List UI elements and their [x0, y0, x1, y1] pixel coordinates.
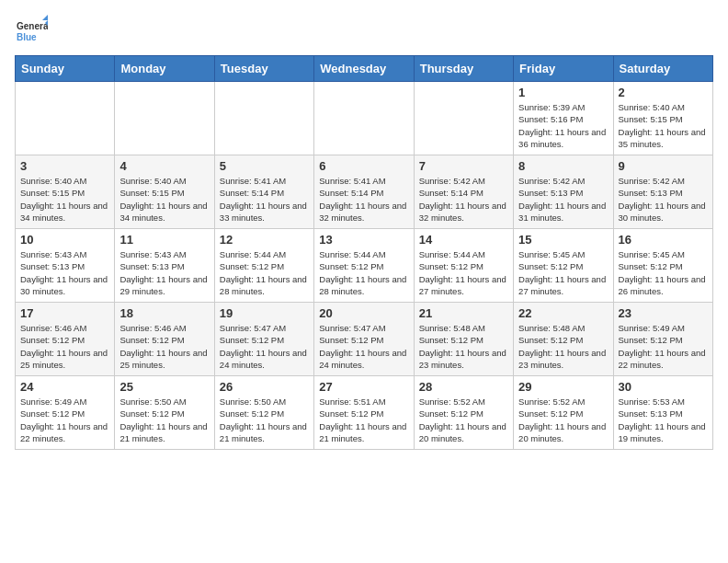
day-info: Sunrise: 5:44 AM Sunset: 5:12 PM Dayligh…	[220, 248, 309, 297]
calendar-cell: 26Sunrise: 5:50 AM Sunset: 5:12 PM Dayli…	[214, 376, 313, 450]
day-info: Sunrise: 5:43 AM Sunset: 5:13 PM Dayligh…	[20, 248, 109, 297]
svg-marker-2	[42, 15, 48, 20]
day-number: 15	[518, 233, 608, 247]
day-number: 26	[220, 380, 309, 394]
day-info: Sunrise: 5:42 AM Sunset: 5:14 PM Dayligh…	[419, 175, 508, 224]
day-info: Sunrise: 5:39 AM Sunset: 5:16 PM Dayligh…	[518, 101, 608, 150]
calendar-cell: 6Sunrise: 5:41 AM Sunset: 5:14 PM Daylig…	[314, 155, 414, 229]
calendar-cell: 30Sunrise: 5:53 AM Sunset: 5:13 PM Dayli…	[613, 376, 712, 450]
day-info: Sunrise: 5:42 AM Sunset: 5:13 PM Dayligh…	[619, 175, 708, 224]
calendar-cell: 22Sunrise: 5:48 AM Sunset: 5:12 PM Dayli…	[514, 303, 613, 376]
calendar-cell: 15Sunrise: 5:45 AM Sunset: 5:12 PM Dayli…	[514, 229, 613, 303]
day-info: Sunrise: 5:45 AM Sunset: 5:12 PM Dayligh…	[518, 248, 608, 297]
day-number: 29	[518, 380, 608, 394]
day-info: Sunrise: 5:52 AM Sunset: 5:12 PM Dayligh…	[419, 396, 508, 444]
day-number: 23	[619, 306, 708, 320]
day-header-monday: Monday	[115, 56, 214, 82]
day-info: Sunrise: 5:49 AM Sunset: 5:12 PM Dayligh…	[20, 396, 109, 444]
day-info: Sunrise: 5:45 AM Sunset: 5:12 PM Dayligh…	[619, 248, 708, 297]
day-number: 4	[119, 159, 209, 173]
calendar-table: SundayMondayTuesdayWednesdayThursdayFrid…	[15, 55, 713, 450]
day-number: 6	[319, 159, 408, 173]
day-info: Sunrise: 5:49 AM Sunset: 5:12 PM Dayligh…	[619, 322, 708, 371]
day-number: 14	[419, 233, 508, 247]
calendar-cell	[115, 82, 214, 155]
day-number: 13	[319, 233, 408, 247]
day-number: 12	[220, 233, 309, 247]
day-number: 27	[319, 380, 408, 394]
day-header-sunday: Sunday	[16, 56, 115, 82]
day-number: 20	[319, 306, 408, 320]
day-number: 1	[518, 86, 608, 99]
calendar-cell: 10Sunrise: 5:43 AM Sunset: 5:13 PM Dayli…	[16, 229, 115, 303]
day-number: 16	[619, 233, 708, 247]
calendar-week-row: 24Sunrise: 5:49 AM Sunset: 5:12 PM Dayli…	[16, 376, 713, 450]
day-info: Sunrise: 5:47 AM Sunset: 5:12 PM Dayligh…	[220, 322, 309, 371]
calendar-header-row: SundayMondayTuesdayWednesdayThursdayFrid…	[16, 56, 713, 82]
day-info: Sunrise: 5:43 AM Sunset: 5:13 PM Dayligh…	[119, 248, 209, 297]
calendar-cell: 5Sunrise: 5:41 AM Sunset: 5:14 PM Daylig…	[214, 155, 313, 229]
day-info: Sunrise: 5:40 AM Sunset: 5:15 PM Dayligh…	[119, 175, 209, 224]
svg-text:General: General	[17, 21, 48, 31]
calendar-cell	[314, 82, 414, 155]
calendar-cell: 24Sunrise: 5:49 AM Sunset: 5:12 PM Dayli…	[16, 376, 115, 450]
day-number: 28	[419, 380, 508, 394]
day-number: 25	[119, 380, 209, 394]
calendar-cell: 1Sunrise: 5:39 AM Sunset: 5:16 PM Daylig…	[514, 82, 613, 155]
calendar-week-row: 10Sunrise: 5:43 AM Sunset: 5:13 PM Dayli…	[16, 229, 713, 303]
calendar-week-row: 17Sunrise: 5:46 AM Sunset: 5:12 PM Dayli…	[16, 303, 713, 376]
calendar-cell: 9Sunrise: 5:42 AM Sunset: 5:13 PM Daylig…	[613, 155, 712, 229]
calendar-cell: 12Sunrise: 5:44 AM Sunset: 5:12 PM Dayli…	[214, 229, 313, 303]
logo-bird-icon: General Blue	[15, 15, 48, 48]
day-info: Sunrise: 5:48 AM Sunset: 5:12 PM Dayligh…	[419, 322, 508, 371]
day-info: Sunrise: 5:44 AM Sunset: 5:12 PM Dayligh…	[319, 248, 408, 297]
day-info: Sunrise: 5:50 AM Sunset: 5:12 PM Dayligh…	[119, 396, 209, 444]
calendar-cell: 16Sunrise: 5:45 AM Sunset: 5:12 PM Dayli…	[613, 229, 712, 303]
calendar-cell: 25Sunrise: 5:50 AM Sunset: 5:12 PM Dayli…	[115, 376, 214, 450]
day-info: Sunrise: 5:44 AM Sunset: 5:12 PM Dayligh…	[419, 248, 508, 297]
day-info: Sunrise: 5:41 AM Sunset: 5:14 PM Dayligh…	[220, 175, 309, 224]
calendar-cell: 19Sunrise: 5:47 AM Sunset: 5:12 PM Dayli…	[214, 303, 313, 376]
calendar-cell: 17Sunrise: 5:46 AM Sunset: 5:12 PM Dayli…	[16, 303, 115, 376]
page-header: General Blue	[15, 15, 713, 48]
calendar-cell: 20Sunrise: 5:47 AM Sunset: 5:12 PM Dayli…	[314, 303, 414, 376]
logo: General Blue	[15, 15, 48, 48]
day-number: 11	[119, 233, 209, 247]
calendar-cell: 29Sunrise: 5:52 AM Sunset: 5:12 PM Dayli…	[514, 376, 613, 450]
calendar-week-row: 1Sunrise: 5:39 AM Sunset: 5:16 PM Daylig…	[16, 82, 713, 155]
day-header-friday: Friday	[514, 56, 613, 82]
day-info: Sunrise: 5:41 AM Sunset: 5:14 PM Dayligh…	[319, 175, 408, 224]
calendar-cell: 27Sunrise: 5:51 AM Sunset: 5:12 PM Dayli…	[314, 376, 414, 450]
day-info: Sunrise: 5:48 AM Sunset: 5:12 PM Dayligh…	[518, 322, 608, 371]
day-info: Sunrise: 5:52 AM Sunset: 5:12 PM Dayligh…	[518, 396, 608, 444]
calendar-cell: 2Sunrise: 5:40 AM Sunset: 5:15 PM Daylig…	[613, 82, 712, 155]
day-info: Sunrise: 5:46 AM Sunset: 5:12 PM Dayligh…	[20, 322, 109, 371]
calendar-cell: 3Sunrise: 5:40 AM Sunset: 5:15 PM Daylig…	[16, 155, 115, 229]
calendar-week-row: 3Sunrise: 5:40 AM Sunset: 5:15 PM Daylig…	[16, 155, 713, 229]
day-number: 8	[518, 159, 608, 173]
day-number: 19	[220, 306, 309, 320]
day-number: 22	[518, 306, 608, 320]
day-info: Sunrise: 5:50 AM Sunset: 5:12 PM Dayligh…	[220, 396, 309, 444]
calendar-cell: 14Sunrise: 5:44 AM Sunset: 5:12 PM Dayli…	[414, 229, 513, 303]
day-header-thursday: Thursday	[414, 56, 513, 82]
day-number: 9	[619, 159, 708, 173]
day-info: Sunrise: 5:46 AM Sunset: 5:12 PM Dayligh…	[119, 322, 209, 371]
day-info: Sunrise: 5:53 AM Sunset: 5:13 PM Dayligh…	[619, 396, 708, 444]
day-info: Sunrise: 5:42 AM Sunset: 5:13 PM Dayligh…	[518, 175, 608, 224]
day-number: 5	[220, 159, 309, 173]
day-info: Sunrise: 5:40 AM Sunset: 5:15 PM Dayligh…	[619, 101, 708, 150]
day-number: 18	[119, 306, 209, 320]
day-info: Sunrise: 5:51 AM Sunset: 5:12 PM Dayligh…	[319, 396, 408, 444]
day-number: 10	[20, 233, 109, 247]
calendar-cell	[214, 82, 313, 155]
calendar-cell: 28Sunrise: 5:52 AM Sunset: 5:12 PM Dayli…	[414, 376, 513, 450]
calendar-cell: 7Sunrise: 5:42 AM Sunset: 5:14 PM Daylig…	[414, 155, 513, 229]
calendar-cell	[414, 82, 513, 155]
day-header-wednesday: Wednesday	[314, 56, 414, 82]
day-number: 3	[20, 159, 109, 173]
day-header-saturday: Saturday	[613, 56, 712, 82]
day-number: 17	[20, 306, 109, 320]
day-number: 24	[20, 380, 109, 394]
calendar-cell: 18Sunrise: 5:46 AM Sunset: 5:12 PM Dayli…	[115, 303, 214, 376]
